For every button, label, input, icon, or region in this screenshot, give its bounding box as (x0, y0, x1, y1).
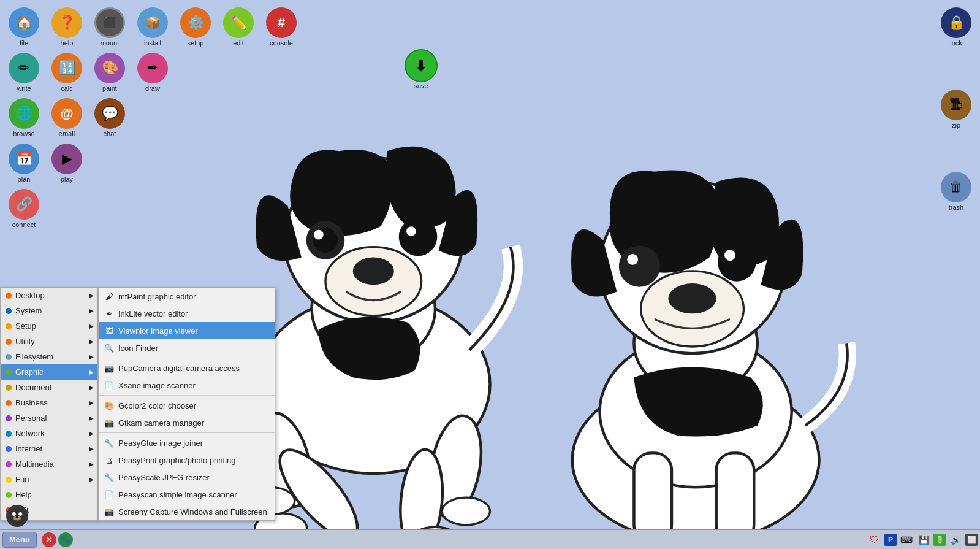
menu-item-desktop[interactable]: Desktop ▶ (1, 288, 97, 303)
svg-point-9 (442, 497, 490, 525)
menu-item-system[interactable]: System ▶ (1, 303, 97, 318)
menu-item-multimedia[interactable]: Multimedia ▶ (1, 456, 97, 472)
peasyscan-icon: 📄 (104, 489, 115, 500)
desktop-icon-connect[interactable]: 🔗 connect (2, 186, 45, 232)
inklite-icon: ✒ (104, 308, 115, 319)
menu-item-utility[interactable]: Utility ▶ (1, 334, 97, 349)
submenu-peasyscan[interactable]: 📄 Peasyscan simple image scanner (99, 486, 275, 503)
submenu-gtkam[interactable]: 📸 Gtkam camera manager (99, 414, 275, 431)
taskbar-menu-label: Menu (9, 535, 30, 544)
peasyglue-icon: 🔧 (104, 437, 115, 448)
svg-point-31 (718, 243, 756, 282)
svg-point-16 (314, 230, 324, 240)
taskbar-battery-icon[interactable]: 🔋 (933, 534, 946, 546)
peasyscale-icon: 🔧 (104, 472, 115, 483)
menu-item-help[interactable]: Help (1, 487, 97, 502)
svg-point-28 (668, 283, 716, 313)
submenu-graphic: 🖌 mtPaint graphic editor ✒ InkLite vecto… (98, 287, 275, 521)
menu-item-document[interactable]: Document ▶ (1, 380, 97, 395)
desktop-icon-help[interactable]: ❓ help (45, 5, 88, 50)
svg-rect-21 (634, 453, 672, 542)
desktop-icon-play[interactable]: ▶ play (45, 141, 88, 186)
desktop-icon-mount[interactable]: ⬛ mount (88, 5, 131, 50)
desktop-icon-calc[interactable]: 🔢 calc (45, 50, 88, 96)
svg-point-29 (619, 246, 660, 287)
gtkam-icon: 📸 (104, 417, 115, 428)
taskbar-volume-icon[interactable]: 🔊 (948, 532, 963, 547)
svg-point-17 (399, 218, 438, 256)
svg-point-37 (16, 516, 19, 519)
viewnior-icon: 🖼 (104, 325, 115, 336)
desktop-icon-trash[interactable]: 🗑 trash (935, 169, 978, 215)
submenu-peasyprint[interactable]: 🖨 PeasyPrint graphic/photo printing (99, 451, 275, 469)
desktop-icon-edit[interactable]: ✏️ edit (217, 5, 260, 50)
submenu-divider-2 (99, 395, 275, 396)
desktop-icon-write[interactable]: ✏ write (2, 50, 45, 96)
menu-item-business[interactable]: Business ▶ (1, 395, 97, 410)
submenu-mtpaint[interactable]: 🖌 mtPaint graphic editor (99, 288, 275, 305)
submenu-divider-1 (99, 358, 275, 358)
submenu-iconfinder[interactable]: 🔍 Icon Finder (99, 339, 275, 356)
submenu-gcolor2[interactable]: 🎨 Gcolor2 color chooser (99, 397, 275, 414)
desktop-icon-browse[interactable]: 🌐 browse (2, 96, 45, 141)
pupcamera-icon: 📷 (104, 363, 115, 374)
taskbar: Menu ✕ 🐾 🛡 P ⌨ 💾 🔋 🔊 ⬜ (0, 529, 980, 549)
svg-point-30 (627, 254, 638, 265)
taskbar-menu-button[interactable]: Menu (2, 532, 37, 548)
submenu-peasyglue[interactable]: 🔧 PeasyGlue image joiner (99, 434, 275, 451)
submenu-pupcamera[interactable]: 📷 PupCamera digital camera access (99, 359, 275, 377)
peasyprint-icon: 🖨 (104, 455, 115, 466)
submenu-peasyscale[interactable]: 🔧 PeasyScale JPEG resizer (99, 469, 275, 486)
desktop-icon-zip[interactable]: 🗜 zip (935, 87, 978, 132)
main-menu-panel: Desktop ▶ System ▶ Setup ▶ Utility ▶ Fil… (0, 287, 98, 521)
svg-point-13 (353, 258, 394, 285)
mtpaint-icon: 🖌 (104, 291, 115, 302)
taskbar-keyboard-icon[interactable]: ⌨ (899, 532, 914, 547)
taskbar-right: 🛡 P ⌨ 💾 🔋 🔊 ⬜ (867, 532, 978, 547)
desktop-icon-plan[interactable]: 📅 plan (2, 141, 45, 186)
save-button[interactable]: ⬇ save (405, 49, 438, 90)
taskbar-puppy-icon[interactable]: 🐾 (58, 532, 73, 547)
desktop-icon-chat[interactable]: 💬 chat (88, 96, 131, 141)
desktop-icon-paint[interactable]: 🎨 paint (88, 50, 131, 96)
desktop-icon-lock[interactable]: 🔒 lock (935, 5, 978, 50)
desktop-icon-install[interactable]: 📦 install (131, 5, 174, 50)
menu-trigger-icon[interactable] (6, 505, 28, 527)
desktop-icons-right: 🔒 lock 🗜 zip 🗑 trash (932, 0, 980, 220)
svg-point-18 (406, 226, 416, 236)
submenu-inklite[interactable]: ✒ InkLite vector editor (99, 305, 275, 322)
desktop-icon-console[interactable]: # console (260, 5, 303, 50)
svg-rect-22 (716, 453, 754, 542)
menu-item-network[interactable]: Network ▶ (1, 426, 97, 441)
menu-item-internet[interactable]: Internet ▶ (1, 441, 97, 456)
submenu-xsane[interactable]: 📄 Xsane image scanner (99, 377, 275, 394)
submenu-viewnior[interactable]: 🖼 Viewnior image viewer (99, 322, 275, 339)
context-menu: Desktop ▶ System ▶ Setup ▶ Utility ▶ Fil… (0, 287, 275, 521)
desktop-icon-draw[interactable]: ✒ draw (131, 50, 174, 96)
taskbar-icons: ✕ 🐾 (42, 532, 73, 547)
svg-point-32 (724, 250, 735, 261)
menu-item-graphic[interactable]: Graphic ▶ (1, 364, 97, 380)
taskbar-close-icon[interactable]: ✕ (42, 532, 56, 547)
taskbar-network-icon[interactable]: 💾 (916, 532, 931, 547)
desktop-icon-file[interactable]: 🏠 file (2, 5, 45, 50)
submenu-divider-3 (99, 432, 275, 433)
svg-point-35 (18, 512, 22, 516)
desktop-icons-left: 🏠 file ❓ help ⬛ mount 📦 install ⚙️ (0, 0, 305, 237)
taskbar-display-icon[interactable]: ⬜ (965, 534, 978, 546)
taskbar-shield-icon[interactable]: 🛡 (867, 532, 882, 547)
submenu-screeny[interactable]: 📸 Screeny Capture Windows and Fullscreen (99, 503, 275, 520)
menu-item-setup[interactable]: Setup ▶ (1, 318, 97, 334)
menu-item-fun[interactable]: Fun ▶ (1, 472, 97, 487)
screeny-icon: 📸 (104, 506, 115, 517)
menu-item-personal[interactable]: Personal ▶ (1, 410, 97, 426)
xsane-icon: 📄 (104, 380, 115, 391)
gcolor2-icon: 🎨 (104, 400, 115, 411)
desktop-icon-setup[interactable]: ⚙️ setup (174, 5, 217, 50)
taskbar-p-icon[interactable]: P (884, 534, 897, 546)
iconfinder-icon: 🔍 (104, 342, 115, 353)
desktop-icon-email[interactable]: @ email (45, 96, 88, 141)
svg-point-34 (12, 512, 16, 516)
menu-item-filesystem[interactable]: Filesystem ▶ (1, 349, 97, 364)
